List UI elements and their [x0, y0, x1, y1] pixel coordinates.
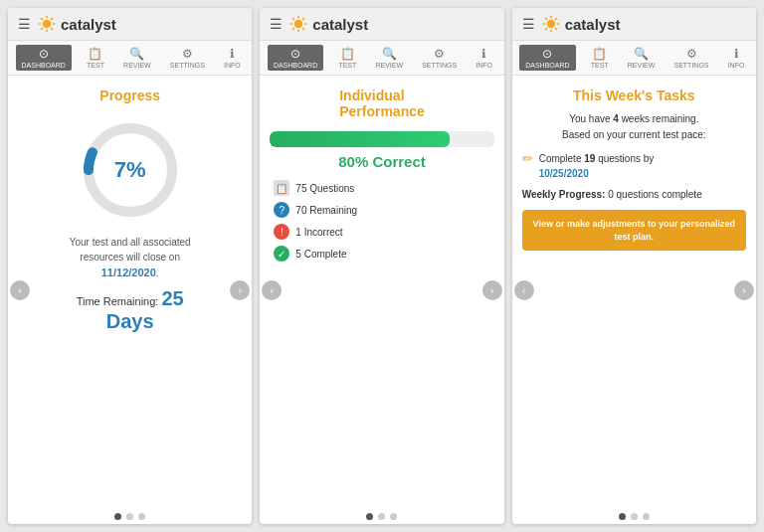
svg-point-11 [294, 20, 302, 28]
stat-remaining: ? 70 Remaining [274, 202, 489, 218]
donut-percent: 7% [114, 157, 146, 182]
dashboard-icon-3: ⊙ [542, 47, 552, 61]
nav-test-3[interactable]: 📋 TEST [587, 45, 613, 71]
questions-icon: 📋 [274, 180, 289, 196]
settings-icon-2: ⚙ [434, 47, 445, 61]
pencil-icon: ✏ [522, 151, 533, 166]
panel2-header: ☰ catalyst [260, 8, 503, 41]
svg-line-19 [292, 28, 294, 30]
panel3-content: This Week's Tasks You have 4 weeks remai… [512, 76, 756, 505]
correct-label: 80% Correct [338, 153, 426, 170]
nav-dashboard-2[interactable]: ⊙ DASHBOARD [268, 45, 323, 71]
panel1-content: Progress 7% ‹ › Your test and all associ… [8, 76, 252, 505]
panel1-header: ☰ catalyst [8, 8, 252, 41]
hamburger-icon-3[interactable]: ☰ [522, 16, 535, 32]
dot-1 [619, 513, 626, 520]
next-arrow-2[interactable]: › [482, 280, 502, 300]
nav-label: DASHBOARD [525, 62, 569, 69]
nav-settings-2[interactable]: ⚙ SETTINGS [418, 45, 461, 71]
progress-title: Progress [99, 88, 160, 103]
donut-chart: 7% [76, 115, 185, 225]
nav-review-1[interactable]: 🔍 REVIEW [119, 45, 155, 71]
nav-label: SETTINGS [674, 62, 709, 69]
logo-3: catalyst [541, 14, 621, 34]
hamburger-icon[interactable]: ☰ [18, 16, 31, 32]
panel3-header: ☰ catalyst [512, 8, 756, 41]
logo-sun-icon-3 [541, 14, 561, 34]
progress-bar-container [270, 131, 493, 147]
dots-1 [8, 505, 252, 524]
svg-line-8 [41, 28, 43, 30]
prev-arrow-1[interactable]: ‹ [10, 280, 30, 300]
panel-performance: ☰ catalyst [260, 8, 503, 524]
dot-3 [390, 513, 397, 520]
stat-label: 1 Incorrect [295, 227, 342, 238]
nav-label: REVIEW [123, 62, 151, 69]
nav-label: SETTINGS [170, 62, 205, 69]
panel2-nav: ⊙ DASHBOARD 📋 TEST 🔍 REVIEW ⚙ SETTINGS ℹ… [260, 41, 503, 76]
svg-line-18 [302, 18, 304, 20]
nav-label: TEST [591, 62, 609, 69]
review-icon: 🔍 [129, 47, 144, 61]
prev-arrow-3[interactable]: ‹ [514, 280, 534, 300]
panels-container: ☰ catalyst [0, 0, 764, 532]
next-arrow-3[interactable]: › [734, 280, 754, 300]
cta-button[interactable]: View or make adjustments to your persona… [522, 210, 746, 251]
stat-complete: ✓ 5 Complete [274, 246, 489, 262]
nav-label: TEST [87, 62, 104, 69]
test-icon-2: 📋 [340, 47, 355, 61]
nav-label: INFO [224, 62, 241, 69]
nav-review-3[interactable]: 🔍 REVIEW [624, 45, 660, 71]
logo-sun-icon-2 [288, 14, 308, 34]
nav-info-1[interactable]: ℹ INFO [220, 45, 245, 71]
nav-label: REVIEW [375, 62, 403, 69]
logo: catalyst [37, 14, 116, 34]
hamburger-icon-2[interactable]: ☰ [270, 16, 283, 32]
panel2-content: Individual Performance 80% Correct ‹ › 📋… [260, 76, 503, 505]
nav-settings-3[interactable]: ⚙ SETTINGS [670, 45, 713, 71]
performance-title: Individual Performance [339, 88, 425, 119]
panel1-logo-text: catalyst [61, 16, 116, 33]
nav-dashboard-3[interactable]: ⊙ DASHBOARD [519, 45, 575, 71]
stat-label: 5 Complete [295, 249, 346, 260]
review-icon-2: 🔍 [382, 47, 397, 61]
nav-test-2[interactable]: 📋 TEST [334, 45, 360, 71]
nav-dashboard-1[interactable]: ⊙ DASHBOARD [16, 45, 72, 71]
panel2-logo-text: catalyst [312, 16, 368, 33]
dot-3 [138, 513, 145, 520]
svg-line-25 [545, 18, 547, 20]
svg-line-16 [292, 18, 294, 20]
nav-info-3[interactable]: ℹ INFO [724, 45, 749, 71]
svg-line-6 [51, 28, 53, 30]
nav-review-2[interactable]: 🔍 REVIEW [371, 45, 407, 71]
settings-icon: ⚙ [182, 47, 193, 61]
nav-label: INFO [728, 62, 745, 69]
complete-icon: ✓ [274, 246, 289, 262]
time-remaining: Time Remaining: 25 [77, 287, 184, 310]
dot-1 [114, 513, 121, 520]
svg-line-28 [545, 28, 547, 30]
dot-2 [378, 513, 385, 520]
remaining-icon: ? [274, 202, 289, 218]
info-icon: ℹ [230, 47, 235, 61]
panel3-nav: ⊙ DASHBOARD 📋 TEST 🔍 REVIEW ⚙ SETTINGS ℹ… [512, 41, 756, 76]
dot-2 [126, 513, 133, 520]
nav-label: REVIEW [628, 62, 656, 69]
svg-line-7 [51, 18, 53, 20]
svg-line-5 [41, 18, 43, 20]
dot-2 [631, 513, 638, 520]
svg-point-0 [43, 20, 51, 28]
next-arrow-1[interactable]: › [230, 280, 250, 300]
task-description: Complete 19 questions by 10/25/2020 [539, 151, 655, 181]
svg-line-27 [555, 18, 557, 20]
nav-test-1[interactable]: 📋 TEST [83, 45, 108, 71]
dot-3 [643, 513, 650, 520]
incorrect-icon: ! [274, 224, 289, 240]
prev-arrow-2[interactable]: ‹ [262, 280, 282, 300]
weekly-progress: Weekly Progress: 0 questions complete [522, 189, 746, 200]
settings-icon-3: ⚙ [686, 47, 697, 61]
nav-info-2[interactable]: ℹ INFO [472, 45, 496, 71]
dots-2 [260, 505, 503, 524]
nav-settings-1[interactable]: ⚙ SETTINGS [166, 45, 209, 71]
svg-point-20 [546, 20, 554, 28]
